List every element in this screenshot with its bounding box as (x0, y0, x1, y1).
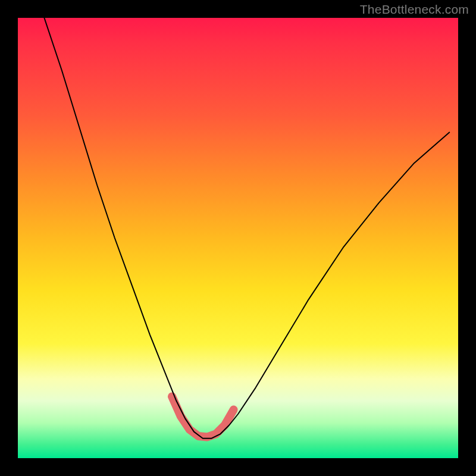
plot-area (18, 18, 458, 458)
trough-highlight-path (172, 396, 234, 437)
watermark-text: TheBottleneck.com (360, 2, 469, 17)
chart-svg (18, 18, 458, 458)
bottleneck-curve-path (44, 18, 449, 439)
chart-frame: TheBottleneck.com (0, 0, 476, 476)
